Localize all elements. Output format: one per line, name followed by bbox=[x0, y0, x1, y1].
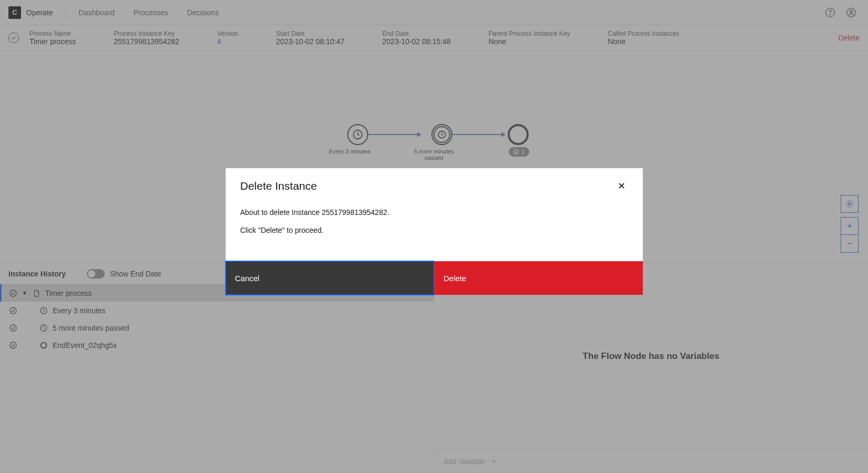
modal-body: About to delete Instance 255179981395428… bbox=[226, 192, 643, 261]
delete-button[interactable]: Delete bbox=[434, 261, 643, 295]
modal-line-2: Click "Delete" to proceed. bbox=[240, 222, 628, 240]
close-icon[interactable]: ✕ bbox=[615, 180, 628, 192]
modal-overlay[interactable]: Delete Instance ✕ About to delete Instan… bbox=[0, 0, 868, 473]
cancel-button[interactable]: Cancel bbox=[226, 261, 435, 295]
modal-title: Delete Instance bbox=[240, 180, 615, 192]
modal-line-1: About to delete Instance 255179981395428… bbox=[240, 204, 628, 222]
delete-instance-modal: Delete Instance ✕ About to delete Instan… bbox=[226, 168, 643, 295]
